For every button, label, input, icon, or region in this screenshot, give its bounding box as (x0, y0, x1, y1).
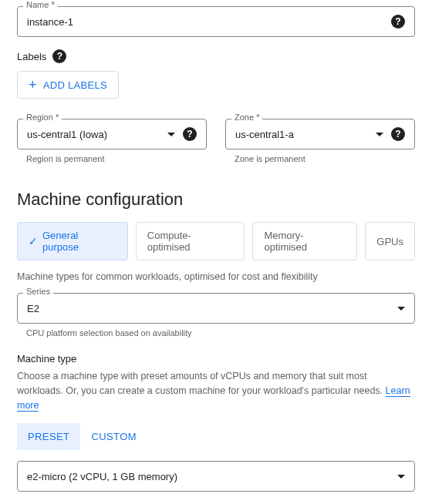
region-helper: Region is permanent (26, 154, 207, 163)
machine-type-desc: Choose a machine type with preset amount… (17, 369, 415, 412)
series-helper: CPU platform selection based on availabi… (26, 328, 415, 338)
name-label: Name * (23, 0, 58, 9)
tab-general-purpose[interactable]: ✓ General purpose (17, 222, 128, 260)
region-field-wrap: Region * us-central1 (Iowa) ? (17, 119, 207, 150)
series-value: E2 (27, 303, 39, 314)
machine-config-heading: Machine configuration (17, 190, 415, 210)
region-dropdown[interactable]: us-central1 (Iowa) ? (17, 119, 207, 150)
tab-general-label: General purpose (42, 230, 116, 253)
chevron-down-icon (167, 133, 175, 136)
machine-family-tabs: ✓ General purpose Compute-optimised Memo… (17, 222, 415, 260)
tab-compute-optimised[interactable]: Compute-optimised (136, 222, 245, 260)
tab-custom[interactable]: CUSTOM (80, 423, 147, 450)
name-field-wrap: Name * ? (17, 6, 415, 37)
family-description: Machine types for common workloads, opti… (17, 271, 415, 282)
zone-helper: Zone is permanent (235, 154, 415, 163)
labels-heading: Labels ? (17, 49, 415, 63)
labels-text: Labels (17, 51, 46, 62)
help-icon[interactable]: ? (183, 127, 197, 141)
region-zone-row: Region * us-central1 (Iowa) ? Region is … (17, 113, 415, 163)
zone-field-wrap: Zone * us-central1-a ? (225, 119, 415, 150)
tab-memory-optimised[interactable]: Memory-optimised (252, 222, 357, 260)
zone-value: us-central1-a (235, 129, 294, 140)
zone-dropdown[interactable]: us-central1-a ? (225, 119, 415, 150)
add-labels-text: ADD LABELS (43, 79, 107, 91)
machine-type-value: e2-micro (2 vCPU, 1 GB memory) (27, 471, 177, 482)
tab-preset[interactable]: PRESET (17, 423, 80, 450)
add-labels-button[interactable]: + ADD LABELS (17, 71, 119, 99)
name-input[interactable] (27, 16, 391, 28)
zone-label: Zone * (231, 113, 262, 122)
chevron-down-icon (376, 133, 383, 136)
tab-gpus-label: GPUs (376, 236, 403, 247)
series-field-wrap: Series E2 (17, 293, 415, 324)
machine-type-dropdown[interactable]: e2-micro (2 vCPU, 1 GB memory) (17, 461, 415, 492)
tab-gpus[interactable]: GPUs (365, 222, 415, 260)
machine-type-desc-text: Choose a machine type with preset amount… (17, 371, 386, 396)
series-label: Series (23, 287, 53, 296)
help-icon[interactable]: ? (52, 49, 66, 63)
tab-compute-label: Compute-optimised (147, 230, 234, 253)
help-icon[interactable]: ? (391, 15, 405, 29)
region-value: us-central1 (Iowa) (27, 129, 107, 140)
chevron-down-icon (397, 307, 405, 311)
region-label: Region * (23, 113, 62, 122)
plus-icon: + (29, 78, 37, 92)
series-dropdown[interactable]: E2 (17, 293, 415, 324)
machine-type-heading: Machine type (17, 353, 415, 365)
help-icon[interactable]: ? (391, 127, 405, 141)
check-icon: ✓ (29, 235, 38, 247)
chevron-down-icon (397, 475, 405, 479)
tab-memory-label: Memory-optimised (264, 230, 346, 253)
preset-custom-tabs: PRESET CUSTOM (17, 423, 415, 450)
name-input-box[interactable]: ? (17, 6, 415, 37)
